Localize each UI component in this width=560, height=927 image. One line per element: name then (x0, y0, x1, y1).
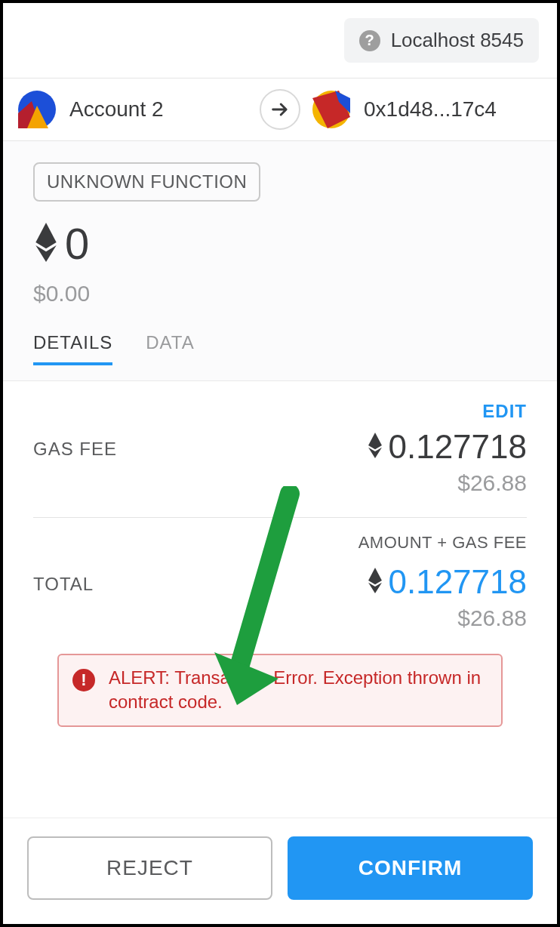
footer-actions: REJECT CONFIRM (3, 818, 557, 924)
to-account[interactable]: 0x1d48...17c4 (312, 91, 542, 128)
total-usd: $26.88 (367, 605, 527, 631)
accounts-row: Account 2 0x1d48...17c4 (3, 79, 557, 141)
gas-fee-label: GAS FEE (33, 428, 117, 460)
direction-arrow (260, 89, 300, 130)
amount-eth: 0 (65, 218, 89, 269)
ethereum-icon (33, 223, 59, 265)
transaction-summary: UNKNOWN FUNCTION 0 $0.00 DETAILS DATA (3, 141, 557, 381)
network-selector[interactable]: ? Localhost 8545 (344, 18, 539, 63)
ethereum-icon (367, 433, 383, 461)
confirm-transaction-dialog: ? Localhost 8545 Account 2 (0, 0, 560, 927)
from-account[interactable]: Account 2 (18, 91, 248, 128)
from-account-name: Account 2 (69, 97, 164, 122)
tab-details[interactable]: DETAILS (33, 332, 112, 365)
arrow-right-icon (269, 99, 291, 120)
tab-data[interactable]: DATA (146, 332, 194, 365)
divider (33, 517, 527, 518)
total-sub-label: AMOUNT + GAS FEE (33, 533, 527, 553)
error-alert: ! ALERT: Transaction Error. Exception th… (57, 654, 503, 727)
from-avatar-icon (18, 91, 56, 128)
to-account-address: 0x1d48...17c4 (364, 97, 497, 122)
total-label: TOTAL (33, 563, 94, 595)
help-icon: ? (359, 30, 380, 51)
gas-fee-eth: 0.127718 (388, 428, 527, 466)
gas-fee-usd: $26.88 (367, 470, 527, 496)
alert-text: ALERT: Transaction Error. Exception thro… (109, 666, 488, 715)
alert-icon: ! (72, 669, 95, 691)
to-avatar-icon (312, 91, 350, 128)
confirm-button[interactable]: CONFIRM (288, 836, 533, 900)
reject-button[interactable]: REJECT (27, 836, 272, 900)
total-row: TOTAL 0.127718 $26.88 (33, 557, 527, 648)
edit-gas-link[interactable]: EDIT (33, 401, 527, 422)
tabs: DETAILS DATA (33, 332, 527, 365)
amount-row: 0 (33, 218, 527, 269)
function-chip: UNKNOWN FUNCTION (33, 162, 260, 202)
top-bar: ? Localhost 8545 (3, 3, 557, 79)
gas-fee-row: GAS FEE 0.127718 $26.88 (33, 422, 527, 513)
network-label: Localhost 8545 (391, 29, 524, 52)
total-eth: 0.127718 (388, 563, 527, 601)
details-panel: EDIT GAS FEE 0.127718 $26.88 AMOUNT + GA… (3, 381, 557, 810)
ethereum-icon (367, 568, 383, 596)
amount-usd: $0.00 (33, 281, 527, 306)
